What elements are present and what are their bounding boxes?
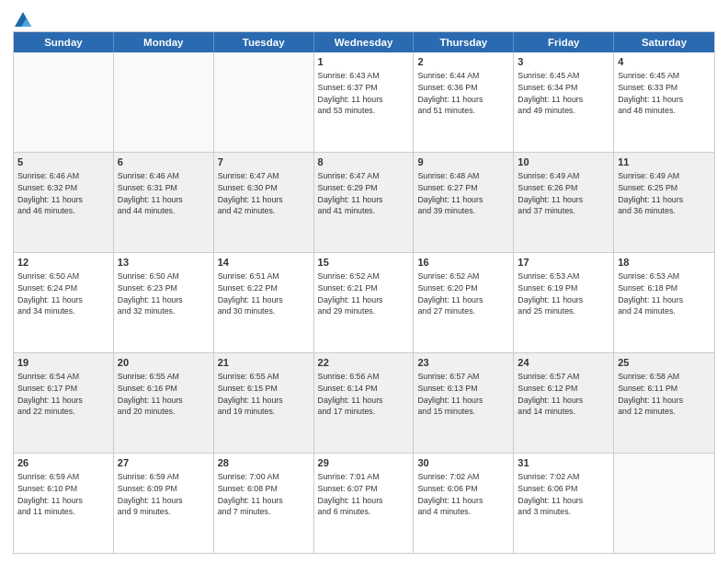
- cell-info: Sunrise: 6:57 AM Sunset: 6:12 PM Dayligh…: [518, 372, 583, 417]
- day-number: 11: [618, 155, 711, 169]
- day-number: 24: [518, 356, 609, 370]
- cal-cell-empty: [614, 454, 714, 553]
- cell-info: Sunrise: 6:53 AM Sunset: 6:19 PM Dayligh…: [518, 271, 583, 316]
- cal-cell-day-7: 7Sunrise: 6:47 AM Sunset: 6:30 PM Daylig…: [214, 153, 314, 252]
- cal-cell-day-24: 24Sunrise: 6:57 AM Sunset: 6:12 PM Dayli…: [514, 353, 614, 453]
- cell-info: Sunrise: 6:51 AM Sunset: 6:22 PM Dayligh…: [218, 271, 283, 316]
- cal-cell-day-5: 5Sunrise: 6:46 AM Sunset: 6:32 PM Daylig…: [14, 153, 114, 252]
- cell-info: Sunrise: 6:50 AM Sunset: 6:23 PM Dayligh…: [118, 271, 183, 316]
- cal-cell-day-28: 28Sunrise: 7:00 AM Sunset: 6:08 PM Dayli…: [214, 454, 314, 553]
- cal-cell-day-16: 16Sunrise: 6:52 AM Sunset: 6:20 PM Dayli…: [414, 253, 514, 352]
- cal-cell-day-31: 31Sunrise: 7:02 AM Sunset: 6:06 PM Dayli…: [514, 454, 614, 553]
- cal-cell-day-18: 18Sunrise: 6:53 AM Sunset: 6:18 PM Dayli…: [614, 253, 714, 352]
- day-number: 9: [417, 155, 509, 169]
- page: SundayMondayTuesdayWednesdayThursdayFrid…: [0, 0, 728, 563]
- day-number: 28: [218, 456, 310, 470]
- cal-cell-day-19: 19Sunrise: 6:54 AM Sunset: 6:17 PM Dayli…: [14, 353, 114, 453]
- col-header-tuesday: Tuesday: [214, 32, 314, 52]
- day-number: 14: [218, 256, 310, 270]
- cell-info: Sunrise: 6:57 AM Sunset: 6:13 PM Dayligh…: [417, 372, 483, 417]
- cal-week-3: 12Sunrise: 6:50 AM Sunset: 6:24 PM Dayli…: [14, 253, 714, 353]
- cal-cell-empty: [214, 52, 314, 152]
- cal-week-4: 19Sunrise: 6:54 AM Sunset: 6:17 PM Dayli…: [14, 353, 714, 454]
- cal-week-5: 26Sunrise: 6:59 AM Sunset: 6:10 PM Dayli…: [14, 454, 714, 553]
- cell-info: Sunrise: 6:58 AM Sunset: 6:11 PM Dayligh…: [618, 372, 683, 417]
- cell-info: Sunrise: 6:45 AM Sunset: 6:34 PM Dayligh…: [518, 71, 583, 116]
- day-number: 12: [17, 256, 109, 270]
- cell-info: Sunrise: 6:52 AM Sunset: 6:21 PM Dayligh…: [318, 271, 383, 316]
- cal-cell-day-2: 2Sunrise: 6:44 AM Sunset: 6:36 PM Daylig…: [414, 52, 514, 152]
- cal-cell-day-12: 12Sunrise: 6:50 AM Sunset: 6:24 PM Dayli…: [14, 253, 114, 352]
- day-number: 27: [118, 456, 210, 470]
- cell-info: Sunrise: 6:48 AM Sunset: 6:27 PM Dayligh…: [417, 171, 483, 216]
- cal-cell-day-20: 20Sunrise: 6:55 AM Sunset: 6:16 PM Dayli…: [114, 353, 214, 453]
- cell-info: Sunrise: 7:01 AM Sunset: 6:07 PM Dayligh…: [318, 472, 383, 517]
- cell-info: Sunrise: 6:59 AM Sunset: 6:09 PM Dayligh…: [118, 472, 183, 517]
- col-header-friday: Friday: [514, 32, 614, 52]
- calendar-header-row: SundayMondayTuesdayWednesdayThursdayFrid…: [14, 32, 714, 52]
- col-header-sunday: Sunday: [14, 32, 114, 52]
- cell-info: Sunrise: 6:59 AM Sunset: 6:10 PM Dayligh…: [17, 472, 83, 517]
- calendar: SundayMondayTuesdayWednesdayThursdayFrid…: [13, 31, 715, 554]
- cal-cell-day-1: 1Sunrise: 6:43 AM Sunset: 6:37 PM Daylig…: [314, 52, 415, 152]
- cal-cell-empty: [114, 52, 214, 152]
- day-number: 30: [417, 456, 509, 470]
- cal-cell-day-26: 26Sunrise: 6:59 AM Sunset: 6:10 PM Dayli…: [14, 454, 114, 553]
- day-number: 4: [618, 55, 711, 69]
- cal-cell-day-21: 21Sunrise: 6:55 AM Sunset: 6:15 PM Dayli…: [214, 353, 314, 453]
- cell-info: Sunrise: 6:47 AM Sunset: 6:30 PM Dayligh…: [218, 171, 283, 216]
- cell-info: Sunrise: 6:52 AM Sunset: 6:20 PM Dayligh…: [417, 271, 483, 316]
- cal-cell-day-27: 27Sunrise: 6:59 AM Sunset: 6:09 PM Dayli…: [114, 454, 214, 553]
- day-number: 16: [417, 256, 509, 270]
- day-number: 26: [17, 456, 109, 470]
- cal-cell-day-23: 23Sunrise: 6:57 AM Sunset: 6:13 PM Dayli…: [414, 353, 514, 453]
- day-number: 21: [218, 356, 310, 370]
- day-number: 5: [17, 155, 109, 169]
- calendar-body: 1Sunrise: 6:43 AM Sunset: 6:37 PM Daylig…: [14, 52, 714, 553]
- day-number: 20: [118, 356, 210, 370]
- day-number: 29: [318, 456, 410, 470]
- cal-cell-day-4: 4Sunrise: 6:45 AM Sunset: 6:33 PM Daylig…: [614, 52, 714, 152]
- logo: [13, 11, 31, 24]
- cell-info: Sunrise: 6:47 AM Sunset: 6:29 PM Dayligh…: [318, 171, 383, 216]
- col-header-saturday: Saturday: [614, 32, 714, 52]
- cal-cell-day-30: 30Sunrise: 7:02 AM Sunset: 6:06 PM Dayli…: [414, 454, 514, 553]
- day-number: 7: [218, 155, 310, 169]
- day-number: 1: [318, 55, 410, 69]
- col-header-wednesday: Wednesday: [314, 32, 415, 52]
- cell-info: Sunrise: 7:00 AM Sunset: 6:08 PM Dayligh…: [218, 472, 283, 517]
- cell-info: Sunrise: 6:49 AM Sunset: 6:26 PM Dayligh…: [518, 171, 583, 216]
- day-number: 3: [518, 55, 609, 69]
- cal-cell-day-6: 6Sunrise: 6:46 AM Sunset: 6:31 PM Daylig…: [114, 153, 214, 252]
- day-number: 22: [318, 356, 410, 370]
- cal-week-2: 5Sunrise: 6:46 AM Sunset: 6:32 PM Daylig…: [14, 153, 714, 253]
- cal-cell-day-8: 8Sunrise: 6:47 AM Sunset: 6:29 PM Daylig…: [314, 153, 415, 252]
- cal-cell-empty: [14, 52, 114, 152]
- cell-info: Sunrise: 6:46 AM Sunset: 6:31 PM Dayligh…: [118, 171, 183, 216]
- cal-cell-day-15: 15Sunrise: 6:52 AM Sunset: 6:21 PM Dayli…: [314, 253, 415, 352]
- day-number: 17: [518, 256, 609, 270]
- day-number: 6: [118, 155, 210, 169]
- cal-cell-day-29: 29Sunrise: 7:01 AM Sunset: 6:07 PM Dayli…: [314, 454, 415, 553]
- day-number: 23: [417, 356, 509, 370]
- cal-cell-day-13: 13Sunrise: 6:50 AM Sunset: 6:23 PM Dayli…: [114, 253, 214, 352]
- cal-cell-day-22: 22Sunrise: 6:56 AM Sunset: 6:14 PM Dayli…: [314, 353, 415, 453]
- cell-info: Sunrise: 6:55 AM Sunset: 6:16 PM Dayligh…: [118, 372, 183, 417]
- day-number: 10: [518, 155, 609, 169]
- day-number: 25: [618, 356, 711, 370]
- col-header-monday: Monday: [114, 32, 214, 52]
- day-number: 8: [318, 155, 410, 169]
- day-number: 13: [118, 256, 210, 270]
- cell-info: Sunrise: 6:43 AM Sunset: 6:37 PM Dayligh…: [318, 71, 383, 116]
- cal-cell-day-25: 25Sunrise: 6:58 AM Sunset: 6:11 PM Dayli…: [614, 353, 714, 453]
- cell-info: Sunrise: 6:49 AM Sunset: 6:25 PM Dayligh…: [618, 171, 683, 216]
- cal-cell-day-9: 9Sunrise: 6:48 AM Sunset: 6:27 PM Daylig…: [414, 153, 514, 252]
- cell-info: Sunrise: 6:46 AM Sunset: 6:32 PM Dayligh…: [17, 171, 83, 216]
- logo-icon: [15, 11, 31, 28]
- cal-cell-day-3: 3Sunrise: 6:45 AM Sunset: 6:34 PM Daylig…: [514, 52, 614, 152]
- col-header-thursday: Thursday: [414, 32, 514, 52]
- cell-info: Sunrise: 6:45 AM Sunset: 6:33 PM Dayligh…: [618, 71, 683, 116]
- cell-info: Sunrise: 6:54 AM Sunset: 6:17 PM Dayligh…: [17, 372, 83, 417]
- day-number: 19: [17, 356, 109, 370]
- header: [13, 11, 715, 24]
